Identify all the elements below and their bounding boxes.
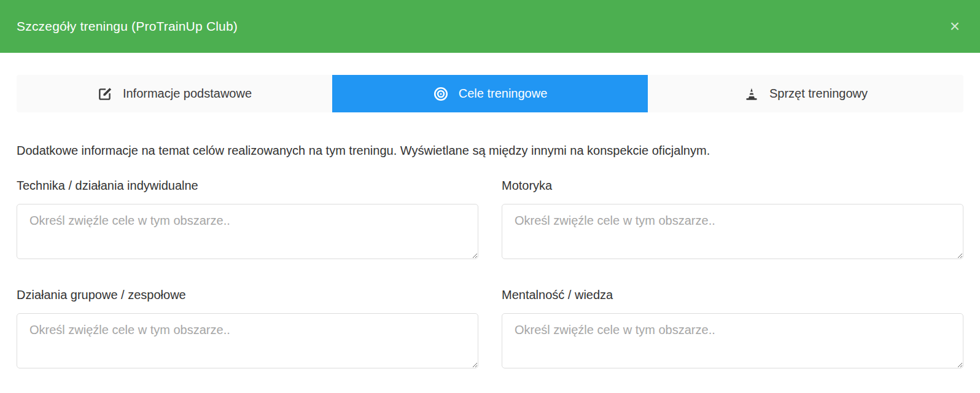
field-technika: Technika / działania indywidualne bbox=[17, 179, 478, 262]
modal-title: Szczegóły treningu (ProTrainUp Club) bbox=[17, 19, 238, 34]
tab-bar: Informacje podstawowe Cele treningowe Sp… bbox=[17, 75, 963, 112]
tab-sprzet-treningowy[interactable]: Sprzęt treningowy bbox=[648, 75, 963, 112]
technika-textarea[interactable] bbox=[17, 204, 478, 259]
field-mentalnosc: Mentalność / wiedza bbox=[502, 288, 963, 371]
tab-cele-treningowe[interactable]: Cele treningowe bbox=[332, 75, 648, 112]
edit-icon bbox=[97, 86, 113, 102]
field-label-motoryka: Motoryka bbox=[502, 179, 963, 193]
field-label-technika: Technika / działania indywidualne bbox=[17, 179, 478, 193]
tab-panel-cele-treningowe: Dodatkowe informacje na temat celów real… bbox=[0, 143, 980, 371]
tab-informacje-podstawowe[interactable]: Informacje podstawowe bbox=[17, 75, 332, 112]
close-icon[interactable]: × bbox=[946, 15, 963, 37]
field-label-mentalnosc: Mentalność / wiedza bbox=[502, 288, 963, 302]
modal-header: Szczegóły treningu (ProTrainUp Club) × bbox=[0, 0, 980, 53]
cone-icon bbox=[744, 86, 760, 102]
target-icon bbox=[433, 86, 449, 102]
goal-fields-grid: Technika / działania indywidualne Motory… bbox=[17, 179, 963, 371]
field-dzialania-grupowe: Działania grupowe / zespołowe bbox=[17, 288, 478, 371]
field-label-dzialania-grupowe: Działania grupowe / zespołowe bbox=[17, 288, 478, 302]
motoryka-textarea[interactable] bbox=[502, 204, 963, 259]
dzialania-grupowe-textarea[interactable] bbox=[17, 313, 478, 368]
panel-description: Dodatkowe informacje na temat celów real… bbox=[17, 143, 963, 158]
tab-label: Informacje podstawowe bbox=[123, 87, 252, 101]
tab-label: Sprzęt treningowy bbox=[769, 87, 868, 101]
mentalnosc-textarea[interactable] bbox=[502, 313, 963, 368]
tab-label: Cele treningowe bbox=[459, 87, 548, 101]
field-motoryka: Motoryka bbox=[502, 179, 963, 262]
